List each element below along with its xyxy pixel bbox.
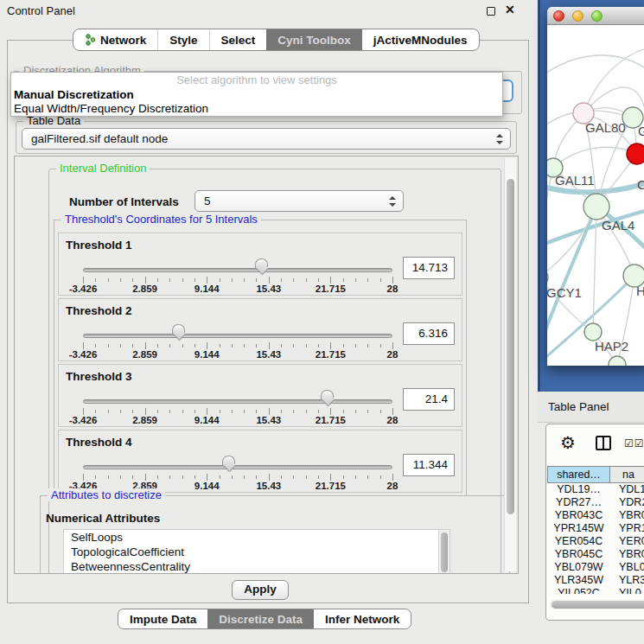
tick-label: 21.715 (316, 284, 346, 294)
algorithm-option-manual-discretization[interactable]: Manual Discretization (11, 88, 502, 102)
tick-mark (207, 342, 207, 349)
slider-track[interactable] (83, 268, 392, 272)
threshold-label: Threshold 4 (66, 436, 132, 449)
select-columns-icon[interactable]: ☑☑ (624, 437, 644, 450)
minimize-traffic-light-icon[interactable] (572, 10, 583, 22)
tick-label: 15.43 (256, 284, 281, 294)
tick-label: 9.144 (194, 349, 220, 360)
table-data-combobox[interactable]: galFiltered.sif default node (22, 128, 511, 150)
red-node[interactable] (627, 143, 644, 164)
float-icon[interactable] (487, 7, 495, 16)
tick-mark (392, 277, 393, 284)
slider-thumb[interactable] (172, 324, 185, 335)
zoom-traffic-light-icon[interactable] (591, 10, 603, 22)
attribute-item-betweennesscentrality[interactable]: BetweennessCentrality (64, 559, 450, 574)
algorithm-placeholder-option[interactable]: Select algorithm to view settings (11, 73, 502, 88)
tab-impute-data[interactable]: Impute Data (118, 609, 207, 628)
tab-infer-network[interactable]: Infer Network (314, 609, 411, 628)
tick-mark (120, 278, 121, 282)
tick-mark (355, 344, 356, 348)
attribute-item-topologicalcoefficient[interactable]: TopologicalCoefficient (64, 545, 450, 559)
bottom-node[interactable] (609, 356, 626, 366)
tick-mark (108, 344, 109, 348)
tick-mark (182, 278, 183, 282)
network-view-window: GAL80GAGAL11CGAL4GCY1HHAP2 (547, 7, 644, 366)
control-panel-tabbar: NetworkStyleSelectCyni ToolboxjActiveMNo… (73, 29, 480, 51)
table-data-selected: galFiltered.sif default node (31, 132, 168, 145)
tick-mark (157, 344, 158, 348)
tab-jactivemnodules[interactable]: jActiveMNodules (362, 29, 479, 50)
tick-mark (343, 278, 344, 282)
number-of-intervals-value: 5 (204, 194, 211, 207)
table-row[interactable]: YER054CYER0 (547, 535, 644, 548)
table-row[interactable]: YDR27…YDR2 (547, 496, 644, 509)
tick-mark (145, 342, 146, 349)
hap2-node[interactable] (584, 323, 602, 341)
algorithm-option-equal-width-frequency-discretization[interactable]: Equal Width/Frequency Discretization (11, 102, 502, 116)
tick-mark (269, 277, 270, 284)
close-icon[interactable]: ✕ (505, 3, 515, 16)
cyni-mode-tabbar: Impute DataDiscretize DataInfer Network (118, 609, 411, 629)
split-view-icon[interactable] (596, 436, 611, 450)
tab-cyni-toolbox[interactable]: Cyni Toolbox (266, 29, 362, 50)
threshold-value-field[interactable]: 6.316 (403, 322, 455, 345)
table-row[interactable]: YLR345WYLR3 (547, 574, 644, 587)
gal4-node[interactable] (583, 194, 609, 220)
tab-network[interactable]: Network (73, 29, 157, 50)
cell-shared-name: YBL079W (547, 561, 610, 574)
threshold-value-field[interactable]: 14.713 (403, 257, 455, 279)
threshold-value-field[interactable]: 11.344 (403, 454, 455, 476)
tick-mark (132, 410, 133, 413)
tab-label: Discretize Data (219, 613, 303, 626)
slider-thumb[interactable] (255, 258, 268, 269)
network-canvas[interactable]: GAL80GAGAL11CGAL4GCY1HHAP2 (547, 25, 644, 366)
numerical-attributes-list[interactable]: SelfLoopsTopologicalCoefficientBetweenne… (63, 529, 450, 574)
settings-vertical-scrollbar[interactable] (504, 158, 516, 571)
table-row[interactable]: YPR145WYPR1 (547, 522, 644, 535)
threshold-label: Threshold 3 (66, 370, 132, 383)
table-row[interactable]: YIL052CYIL0 (547, 587, 644, 594)
slider-track[interactable] (83, 399, 392, 404)
tick-mark (244, 475, 245, 479)
column-header-name[interactable]: na (610, 466, 644, 483)
tick-mark (157, 475, 158, 479)
tick-mark (355, 410, 356, 413)
tab-discretize-data[interactable]: Discretize Data (207, 609, 314, 628)
tick-mark (207, 408, 207, 415)
thresholds-group-title: Threshold's Coordinates for 5 Intervals (61, 213, 261, 226)
node-label-c: C (637, 177, 644, 192)
tab-select[interactable]: Select (209, 29, 267, 50)
slider-thumb[interactable] (321, 390, 334, 400)
tab-style[interactable]: Style (157, 29, 208, 50)
table-row[interactable]: YBR045CYBR0 (547, 548, 644, 561)
slider-track[interactable] (83, 465, 392, 469)
cell-name: YDR2 (610, 496, 644, 509)
table-horizontal-scrollbar[interactable] (550, 600, 644, 609)
apply-button[interactable]: Apply (232, 580, 289, 600)
node-label-gal80: GAL80 (585, 120, 626, 135)
gear-icon[interactable]: ⚙ (560, 432, 576, 453)
network-window-titlebar[interactable] (547, 7, 644, 25)
threshold-value-field[interactable]: 21.4 (403, 388, 455, 411)
table-row[interactable]: YBR043CYBR0 (547, 509, 644, 522)
slider-thumb[interactable] (222, 456, 235, 466)
tick-mark (194, 344, 195, 348)
attribute-item-selfloops[interactable]: SelfLoops (64, 530, 450, 545)
tick-mark (145, 277, 146, 284)
tick-mark (269, 408, 270, 415)
combo-spinner-icon (389, 196, 395, 207)
tick-mark (244, 278, 245, 282)
table-row[interactable]: YDL19…YDL1 (547, 483, 644, 496)
tick-label: -3.426 (69, 284, 98, 294)
table-panel-title: Table Panel (548, 400, 609, 413)
slider-track[interactable] (83, 334, 392, 338)
column-header-shared-name[interactable]: shared… (547, 466, 610, 483)
tick-mark (380, 410, 381, 413)
attributes-scrollbar[interactable] (438, 530, 450, 574)
number-of-intervals-combobox[interactable]: 5 (194, 190, 404, 212)
table-row[interactable]: YBL079WYBL0 (547, 561, 644, 574)
attributes-group-title: Attributes to discretize (48, 488, 165, 501)
close-traffic-light-icon[interactable] (553, 10, 564, 22)
number-of-intervals-label: Number of Intervals (69, 195, 179, 208)
cell-name: YBL0 (610, 561, 644, 574)
